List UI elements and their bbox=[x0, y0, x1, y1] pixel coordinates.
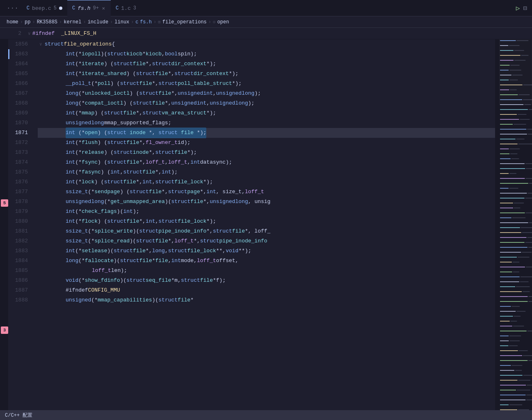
scrollbar-track[interactable] bbox=[495, 39, 499, 420]
tab-close-fsh[interactable]: ✕ bbox=[101, 5, 106, 12]
gutter-line-1877: 1877 bbox=[8, 187, 34, 197]
git-modified-indicator bbox=[8, 49, 9, 59]
left-sidebar: 5 3 bbox=[0, 39, 8, 420]
minimap[interactable] bbox=[499, 39, 532, 420]
struct-header: 2 ∨ #ifndef _LINUX_FS_H bbox=[0, 28, 532, 39]
tab-icon-fsh: C bbox=[72, 5, 75, 11]
code-line-1865: int (*iterate_shared) (struct file *, st… bbox=[38, 69, 495, 79]
tab-dirty-beep bbox=[59, 7, 62, 10]
tab-badge-fsh: 9+ bbox=[93, 5, 98, 11]
gutter-line-1874: 1874 bbox=[8, 158, 34, 167]
code-editor[interactable]: ∨struct file_operations {int (*iopoll)(s… bbox=[34, 39, 495, 420]
bottom-bar: C/C++ 配置 bbox=[0, 410, 532, 420]
bc-struct-icon: ⊞ bbox=[158, 19, 161, 25]
bc-kernel[interactable]: kernel bbox=[64, 19, 81, 25]
fold-icon-struct[interactable]: ∨ bbox=[39, 39, 42, 49]
code-line-1880: int (*flock) (struct file *, int, struct… bbox=[38, 217, 495, 226]
sidebar-badge-5: 5 bbox=[1, 199, 8, 207]
tab-beep-c[interactable]: C beep.c 5 bbox=[22, 0, 67, 16]
tab-1c[interactable]: C 1.c 3 bbox=[111, 0, 141, 16]
code-line-1873: int (*release) (struct inode *, struct f… bbox=[38, 148, 495, 158]
tab-actions: ▷ ⊟ bbox=[516, 4, 532, 12]
config-item[interactable]: C/C++ 配置 bbox=[5, 412, 32, 419]
code-line-1866: __poll_t (*poll) (struct file *, struct … bbox=[38, 79, 495, 89]
gutter-line-1867: 1867 bbox=[8, 89, 34, 98]
code-line-1874: int (*fsync) (struct file *, loff_t, lof… bbox=[38, 158, 495, 167]
gutter-line-1878: 1878 bbox=[8, 197, 34, 207]
bc-fsh[interactable]: fs.h bbox=[140, 19, 152, 25]
gutter-line-1886: 1886 bbox=[8, 276, 34, 285]
tab-bar: ··· C beep.c 5 C fs.h 9+ ✕ C 1.c 3 ▷ ⊟ bbox=[0, 0, 532, 16]
gutter-line-1869: 1869 bbox=[8, 108, 34, 118]
code-line-1881: ssize_t (*splice_write)(struct pipe_inod… bbox=[38, 226, 495, 236]
code-line-1863: int (*iopoll)(struct kiocb *kiocb, bool … bbox=[38, 49, 495, 59]
tab-name-beep: beep.c bbox=[32, 5, 51, 11]
fold-icon-header[interactable]: ∨ bbox=[28, 31, 31, 36]
gutter-line-1863: 1863 bbox=[8, 49, 34, 59]
code-line-1883: int (*setlease)(struct file *, long, str… bbox=[38, 246, 495, 256]
code-line-1876: int (*lock) (struct file *, int, struct … bbox=[38, 177, 495, 187]
code-line-1884: long (*fallocate)(struct file *file, int… bbox=[38, 256, 495, 266]
line-number-gutter: 1856186318641865186618671868186918701871… bbox=[8, 39, 34, 420]
code-line-1869: int (*mmap) (struct file *, struct vm_ar… bbox=[38, 108, 495, 118]
gutter-line-1865: 1865 bbox=[8, 69, 34, 79]
editor-container: 5 3 185618631864186518661867186818691870… bbox=[0, 39, 532, 420]
code-line-1877: ssize_t (*sendpage) (struct file *, stru… bbox=[38, 187, 495, 197]
gutter-line-1866: 1866 bbox=[8, 79, 34, 89]
run-icon[interactable]: ▷ bbox=[516, 4, 520, 12]
tab-overflow-button[interactable]: ··· bbox=[3, 5, 22, 12]
code-line-1888: unsigned (*mmap_capabilities)(struct fil… bbox=[38, 295, 495, 305]
ifndef-value: _LINUX_FS_H bbox=[58, 30, 96, 37]
gutter-line-1887: 1887 bbox=[8, 285, 34, 295]
gutter-line-1872: 1872 bbox=[8, 138, 34, 148]
gutter-line-1879: 1879 bbox=[8, 207, 34, 217]
code-line-1885: loff_t len); bbox=[38, 266, 495, 276]
code-line-1875: int (*fasync) (int, struct file *, int); bbox=[38, 167, 495, 177]
bc-open[interactable]: open bbox=[217, 19, 229, 25]
bc-file-icon: C bbox=[136, 20, 139, 25]
bc-file-ops[interactable]: file_operations bbox=[162, 19, 207, 25]
code-line-1864: int (*iterate) (struct file *, struct di… bbox=[38, 59, 495, 69]
tab-name-fsh: fs.h bbox=[78, 5, 90, 11]
gutter-line-1876: 1876 bbox=[8, 177, 34, 187]
gutter-line-1880: 1880 bbox=[8, 217, 34, 226]
struct-line-num: 2 bbox=[3, 30, 28, 37]
ifndef-keyword: #ifndef bbox=[32, 30, 55, 37]
tab-icon-beep: C bbox=[27, 5, 30, 11]
code-line-1867: long (*unlocked_ioctl) (struct file *, u… bbox=[38, 89, 495, 98]
tab-badge-1c: 3 bbox=[133, 5, 136, 11]
split-icon[interactable]: ⊟ bbox=[523, 4, 527, 12]
tab-icon-1c: C bbox=[116, 5, 119, 11]
code-line-1872: int (*flush) (struct file *, fl_owner_t … bbox=[38, 138, 495, 148]
tab-name-1c: 1.c bbox=[121, 5, 130, 11]
code-line-1868: long (*compat_ioctl) (struct file *, uns… bbox=[38, 98, 495, 108]
gutter-line-1883: 1883 bbox=[8, 246, 34, 256]
gutter-line-1864: 1864 bbox=[8, 59, 34, 69]
gutter-line-1868: 1868 bbox=[8, 98, 34, 108]
gutter-line-1888: 1888 bbox=[8, 295, 34, 305]
gutter-line-1881: 1881 bbox=[8, 226, 34, 236]
gutter-line-1870: 1870 bbox=[8, 118, 34, 128]
config-label: C/C++ 配置 bbox=[5, 412, 32, 419]
gutter-line-1882: 1882 bbox=[8, 236, 34, 246]
gutter-line-1875: 1875 bbox=[8, 167, 34, 177]
gutter-line-1873: 1873 bbox=[8, 148, 34, 158]
bc-pp[interactable]: pp bbox=[25, 19, 30, 25]
gutter-line-1885: 1885 bbox=[8, 266, 34, 276]
code-line-1887: #ifndef CONFIG_MMU bbox=[38, 285, 495, 295]
gutter-line-1871: 1871 bbox=[8, 128, 34, 138]
code-line-1878: unsigned long (*get_unmapped_area)(struc… bbox=[38, 197, 495, 207]
code-line-1870: unsigned long mmap_supported_flags; bbox=[38, 118, 495, 128]
tab-fsh[interactable]: C fs.h 9+ ✕ bbox=[67, 0, 111, 16]
tab-badge-beep: 5 bbox=[54, 5, 57, 11]
bc-rk[interactable]: RK3588S bbox=[37, 19, 57, 25]
gutter-line-1884: 1884 bbox=[8, 256, 34, 266]
code-line-1871: int (*open) (struct inode *, struct file… bbox=[38, 128, 495, 138]
bc-open-icon: ⊙ bbox=[213, 19, 216, 25]
bc-home[interactable]: home bbox=[7, 19, 18, 25]
sidebar-badge-3: 3 bbox=[1, 326, 8, 334]
bc-include[interactable]: include bbox=[88, 19, 108, 25]
breadcrumb: home › pp › RK3588S › kernel › include ›… bbox=[0, 16, 532, 28]
bc-linux[interactable]: linux bbox=[114, 19, 129, 25]
code-line-1882: ssize_t (*splice_read)(struct file *, lo… bbox=[38, 236, 495, 246]
